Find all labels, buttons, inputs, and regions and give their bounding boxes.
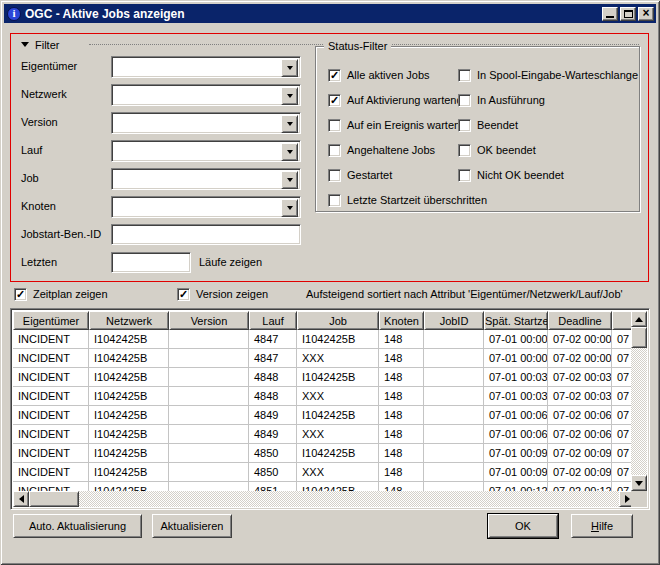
refresh-button[interactable]: Aktualisieren xyxy=(152,514,232,538)
column-header-version[interactable]: Version xyxy=(169,311,249,330)
table-cell: INCIDENT xyxy=(13,368,89,387)
column-header-netzwerk[interactable]: Netzwerk xyxy=(89,311,169,330)
table-cell xyxy=(169,349,249,368)
chevron-down-icon xyxy=(287,94,293,101)
combobox-value[interactable] xyxy=(112,85,300,105)
combobox-dropdown-button[interactable] xyxy=(281,59,298,77)
combobox-dropdown-button[interactable] xyxy=(281,143,298,161)
status-checkbox-label: Beendet xyxy=(477,119,518,131)
filter-field-row: Jobstart-Ben.-ID xyxy=(11,224,648,246)
scroll-up-button[interactable] xyxy=(631,311,647,327)
table-cell: 4848 xyxy=(249,368,297,387)
status-checkbox-right-2[interactable] xyxy=(458,119,471,132)
table-cell: INCIDENT xyxy=(13,425,89,444)
combobox-dropdown-button[interactable] xyxy=(281,87,298,105)
combobox-value[interactable] xyxy=(112,169,300,189)
info-icon[interactable]: i xyxy=(7,7,21,21)
vertical-scrollbar-thumb[interactable] xyxy=(631,327,647,348)
status-checkbox-right-4[interactable] xyxy=(458,169,471,182)
close-button[interactable]: × xyxy=(638,7,654,21)
version-zeigen-checkbox[interactable]: ✓ xyxy=(177,288,190,301)
status-checkbox-label: Gestartet xyxy=(347,169,392,181)
filter-combobox-netzwerk[interactable] xyxy=(111,84,301,106)
zeitplan-zeigen-checkbox[interactable]: ✓ xyxy=(14,288,27,301)
horizontal-scrollbar-thumb[interactable] xyxy=(29,491,79,507)
filter-combobox-knoten[interactable] xyxy=(111,196,301,218)
table-cell xyxy=(424,444,484,463)
maximize-button[interactable] xyxy=(620,7,636,21)
combobox-dropdown-button[interactable] xyxy=(281,171,298,189)
combobox-value[interactable] xyxy=(112,197,300,217)
table-cell: 148 xyxy=(379,425,424,444)
arrow-up-icon xyxy=(635,313,643,322)
table-row[interactable]: INCIDENTI1042425B4850I1042425B14807-01 0… xyxy=(13,444,635,463)
titlebar[interactable]: i OGC - Aktive Jobs anzeigen × xyxy=(4,4,656,23)
combobox-value[interactable] xyxy=(112,113,300,133)
version-zeigen-checkbox-row: ✓ Version zeigen xyxy=(177,287,268,301)
status-checkbox-row: ✓Auf Aktivierung wartend xyxy=(328,93,463,107)
combobox-value[interactable] xyxy=(112,141,300,161)
filter-text-input[interactable] xyxy=(111,252,191,273)
combobox-dropdown-button[interactable] xyxy=(281,199,298,217)
table-cell: 07-01 00:00 xyxy=(484,349,548,368)
table-row[interactable]: INCIDENTI1042425B4848XXX14807-01 00:0307… xyxy=(13,387,635,406)
table-row[interactable]: INCIDENTI1042425B4850XXX14807-01 00:0907… xyxy=(13,463,635,482)
horizontal-scrollbar[interactable] xyxy=(13,491,635,507)
status-checkbox-row: Beendet xyxy=(458,118,518,132)
table-row[interactable]: INCIDENTI1042425B4847XXX14807-01 00:0007… xyxy=(13,349,635,368)
table-cell xyxy=(169,425,249,444)
zeitplan-zeigen-label: Zeitplan zeigen xyxy=(33,288,108,300)
status-checkbox-left-0[interactable]: ✓ xyxy=(328,69,341,82)
column-header-jobid[interactable]: JobID xyxy=(424,311,484,330)
column-header-job[interactable]: Job xyxy=(297,311,379,330)
filter-combobox-eigent-mer[interactable] xyxy=(111,56,301,78)
column-header-deadline[interactable]: Deadline xyxy=(548,311,612,330)
ok-button[interactable]: OK xyxy=(488,514,558,538)
scroll-left-button[interactable] xyxy=(13,491,29,507)
status-checkbox-left-2[interactable] xyxy=(328,119,341,132)
status-checkbox-left-1[interactable]: ✓ xyxy=(328,94,341,107)
column-header-knoten[interactable]: Knoten xyxy=(379,311,424,330)
filter-combobox-version[interactable] xyxy=(111,112,301,134)
status-checkbox-left-4[interactable] xyxy=(328,169,341,182)
help-button[interactable]: Hilfe xyxy=(571,514,633,538)
filter-combobox-job[interactable] xyxy=(111,168,301,190)
combobox-value[interactable] xyxy=(112,57,300,77)
table-cell xyxy=(424,387,484,406)
status-checkbox-left-5[interactable] xyxy=(328,194,341,207)
status-checkbox-label: Angehaltene Jobs xyxy=(347,144,435,156)
status-checkbox-row: OK beendet xyxy=(458,143,536,157)
table-cell: 07-02 00:09 xyxy=(548,444,612,463)
minimize-button[interactable] xyxy=(602,7,618,21)
table-row[interactable]: INCIDENTI1042425B4849XXX14807-01 00:0607… xyxy=(13,425,635,444)
table-cell: 148 xyxy=(379,406,424,425)
table-cell xyxy=(169,406,249,425)
vertical-scrollbar[interactable] xyxy=(631,311,647,491)
table-row[interactable]: INCIDENTI1042425B4847I1042425B14807-01 0… xyxy=(13,330,635,349)
table-cell xyxy=(169,387,249,406)
table-cell: 148 xyxy=(379,349,424,368)
filter-field-label: Letzten xyxy=(21,256,57,268)
table-cell xyxy=(424,463,484,482)
table-row[interactable]: INCIDENTI1042425B4848I1042425B14807-01 0… xyxy=(13,368,635,387)
filter-text-input[interactable] xyxy=(111,224,301,245)
auto-refresh-button[interactable]: Auto. Aktualisierung xyxy=(13,514,142,538)
status-checkbox-right-3[interactable] xyxy=(458,144,471,157)
table-cell: 4849 xyxy=(249,406,297,425)
combobox-dropdown-button[interactable] xyxy=(281,115,298,133)
table-cell: 07-02 00:06 xyxy=(548,425,612,444)
status-checkbox-label: Auf ein Ereignis wartend xyxy=(347,119,466,131)
column-header-lauf[interactable]: Lauf xyxy=(249,311,297,330)
status-checkbox-left-3[interactable] xyxy=(328,144,341,157)
status-checkbox-row: In Spool-Eingabe-Warteschlange xyxy=(458,68,638,82)
scroll-down-button[interactable] xyxy=(631,475,647,491)
table-cell: 4849 xyxy=(249,425,297,444)
table-cell: 148 xyxy=(379,387,424,406)
table-row[interactable]: INCIDENTI1042425B4849I1042425B14807-01 0… xyxy=(13,406,635,425)
filter-collapse-header[interactable]: Filter xyxy=(19,38,59,51)
filter-combobox-lauf[interactable] xyxy=(111,140,301,162)
column-header-eigent-mer[interactable]: Eigentümer xyxy=(13,311,89,330)
status-checkbox-right-1[interactable] xyxy=(458,94,471,107)
column-header-sp-t-startzei[interactable]: Spät. Startzei xyxy=(484,311,548,330)
status-checkbox-right-0[interactable] xyxy=(458,69,471,82)
